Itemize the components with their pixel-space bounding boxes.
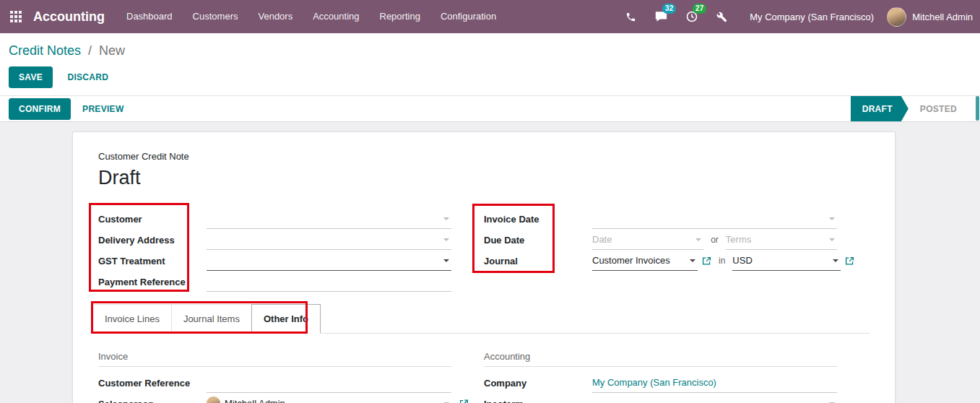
company-label: Company (484, 378, 592, 389)
right-field-column: Invoice Date Due Date or (484, 209, 870, 292)
currency-value: USD (732, 255, 752, 266)
messages-badge: 32 (662, 4, 676, 14)
field-row: Customer Reference (98, 373, 451, 393)
journal-select[interactable]: Customer Invoices (592, 251, 698, 271)
user-menu[interactable]: Mitchell Admin (887, 7, 980, 27)
chevron-down-icon (829, 217, 835, 220)
menu-vendors[interactable]: Vendors (248, 0, 303, 33)
record-state-title: Draft (98, 167, 870, 189)
menu-reporting[interactable]: Reporting (370, 0, 430, 33)
wrench-icon (716, 12, 727, 22)
journal-field: Customer Invoices in USD (592, 251, 854, 271)
salesperson-value: Mitchell Admin (225, 398, 285, 403)
delivery-address-field[interactable] (207, 230, 451, 250)
gst-treatment-field[interactable] (207, 251, 451, 271)
confirm-button[interactable]: CONFIRM (9, 98, 71, 120)
external-link-icon[interactable] (459, 399, 469, 403)
payment-reference-field[interactable] (207, 272, 451, 292)
tools-button[interactable] (707, 0, 737, 33)
due-date-input-wrap[interactable] (592, 230, 703, 250)
customer-reference-field[interactable] (207, 373, 451, 393)
grid-icon (10, 11, 22, 22)
incoterm-label: Incoterm (484, 399, 592, 403)
gst-treatment-label: GST Treatment (98, 256, 207, 266)
payment-reference-label: Payment Reference (98, 277, 207, 287)
accounting-group-title: Accounting (484, 351, 837, 367)
invoice-group-title: Invoice (98, 351, 451, 367)
field-row: Payment Reference (98, 272, 451, 292)
discard-button[interactable]: DISCARD (58, 67, 117, 87)
invoice-date-field[interactable] (592, 209, 837, 229)
status-posted[interactable]: POSTED (909, 96, 968, 121)
tab-other-info[interactable]: Other Info (251, 304, 321, 333)
field-row: Due Date or (484, 230, 837, 250)
activities-badge: 27 (693, 4, 706, 14)
chevron-down-icon (443, 238, 449, 241)
app-name[interactable]: Accounting (33, 9, 105, 25)
field-row: Incoterm (484, 394, 837, 403)
status-draft[interactable]: DRAFT (851, 96, 909, 121)
messages-button[interactable]: 32 (646, 0, 677, 33)
scrollbar-thumb[interactable] (976, 96, 979, 121)
field-row: Delivery Address (98, 230, 451, 250)
save-button[interactable]: SAVE (9, 66, 53, 88)
menu-customers[interactable]: Customers (183, 0, 248, 33)
terms-input-wrap[interactable] (726, 230, 837, 250)
notebook-tabs: Invoice Lines Journal Items Other Info (92, 304, 870, 334)
company-switcher[interactable]: My Company (San Francisco) (737, 12, 887, 22)
other-info-tab-content: Invoice Customer Reference Salesperson M… (98, 334, 870, 403)
breadcrumb: Credit Notes / New (9, 42, 971, 59)
customer-field[interactable] (207, 209, 451, 229)
field-row: Customer (98, 209, 451, 229)
incoterm-field[interactable] (592, 394, 837, 403)
invoice-date-label: Invoice Date (484, 214, 592, 225)
left-field-column: Customer Delivery Address GST Treatment (98, 209, 484, 292)
due-date-field: or (592, 230, 837, 250)
terms-input[interactable] (726, 234, 825, 245)
apps-menu-button[interactable] (0, 0, 32, 33)
phone-button[interactable] (616, 0, 646, 33)
systray: 32 27 (616, 0, 737, 33)
salesperson-field[interactable]: Mitchell Admin (207, 394, 451, 403)
user-name: Mitchell Admin (912, 12, 973, 22)
field-row: Invoice Date (484, 209, 837, 229)
company-field[interactable]: My Company (San Francisco) (592, 373, 837, 393)
breadcrumb-separator: / (88, 43, 92, 58)
due-date-label: Due Date (484, 235, 592, 246)
chevron-down-icon (443, 217, 449, 220)
company-value[interactable]: My Company (San Francisco) (592, 377, 716, 388)
chevron-down-icon (690, 259, 695, 262)
field-row: Journal Customer Invoices in USD (484, 251, 837, 271)
due-date-input[interactable] (592, 234, 692, 245)
statusbar-buttons: CONFIRM PREVIEW (9, 98, 133, 120)
accounting-group: Accounting Company My Company (San Franc… (484, 351, 870, 403)
field-row: Company My Company (San Francisco) (484, 373, 837, 393)
salesperson-avatar (207, 396, 220, 403)
tab-journal-items[interactable]: Journal Items (171, 304, 252, 333)
external-link-icon[interactable] (845, 256, 854, 266)
menu-accounting[interactable]: Accounting (303, 0, 369, 33)
control-panel-buttons: SAVE DISCARD (9, 66, 971, 88)
chevron-down-icon (829, 238, 835, 241)
in-text: in (719, 256, 725, 266)
menu-configuration[interactable]: Configuration (430, 0, 506, 33)
breadcrumb-current: New (99, 43, 125, 58)
tab-invoice-lines[interactable]: Invoice Lines (92, 304, 172, 333)
or-text: or (711, 235, 719, 245)
doc-type-label: Customer Credit Note (98, 151, 870, 162)
preview-button[interactable]: PREVIEW (74, 99, 132, 119)
journal-label: Journal (484, 256, 592, 266)
field-row: GST Treatment (98, 251, 451, 271)
customer-label: Customer (98, 214, 207, 225)
menu-dashboard[interactable]: Dashboard (116, 0, 183, 33)
chevron-down-icon (695, 238, 701, 241)
phone-icon (625, 12, 636, 22)
external-link-icon[interactable] (702, 256, 711, 266)
breadcrumb-credit-notes[interactable]: Credit Notes (9, 43, 81, 58)
control-panel: Credit Notes / New SAVE DISCARD (0, 33, 980, 95)
customer-reference-label: Customer Reference (98, 378, 207, 389)
field-row: Salesperson Mitchell Admin (98, 394, 451, 403)
activities-button[interactable]: 27 (677, 0, 707, 33)
currency-select[interactable]: USD (732, 251, 841, 271)
salesperson-label: Salesperson (98, 399, 207, 403)
